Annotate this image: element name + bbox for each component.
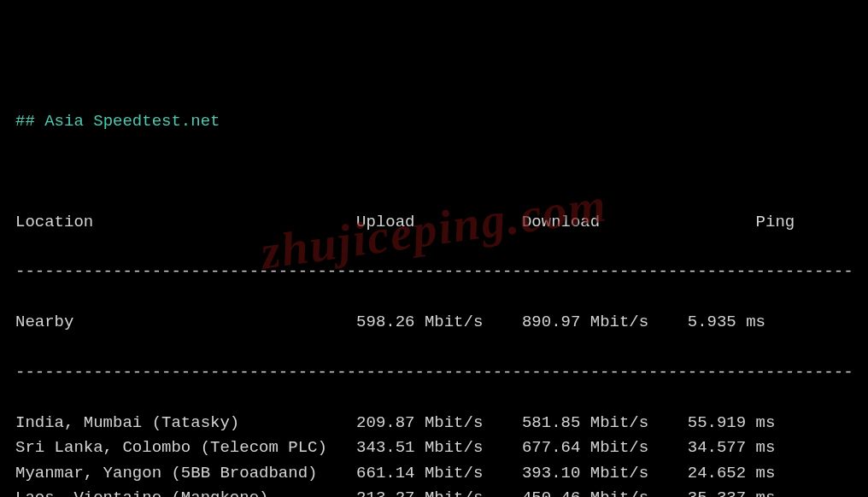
divider: ----------------------------------------… — [15, 360, 853, 385]
cell-location: Sri Lanka, Colombo (Telecom PLC) — [15, 438, 356, 457]
col-upload: Upload — [356, 213, 522, 231]
section-title: ## Asia Speedtest.net — [15, 109, 853, 134]
cell-upload: 213.27 Mbit/s — [356, 488, 522, 497]
cell-location: Laos, Vientaine (Mangkone) — [15, 488, 356, 497]
table-header: Location Upload Download Ping — [15, 210, 853, 235]
cell-ping: 5.935 ms — [688, 313, 795, 331]
col-ping: Ping — [688, 213, 795, 231]
cell-download: 581.85 Mbit/s — [522, 413, 688, 432]
cell-download: 393.10 Mbit/s — [522, 464, 688, 482]
cell-location: India, Mumbai (Tatasky) — [15, 413, 356, 432]
table-row: India, Mumbai (Tatasky) 209.87 Mbit/s 58… — [15, 411, 853, 436]
cell-upload: 343.51 Mbit/s — [356, 438, 522, 457]
cell-location: Nearby — [15, 313, 356, 331]
col-download: Download — [522, 213, 688, 231]
blank-line — [15, 160, 853, 184]
table-row: Laos, Vientaine (Mangkone) 213.27 Mbit/s… — [15, 486, 853, 497]
cell-download: 450.46 Mbit/s — [522, 488, 688, 497]
cell-download: 890.97 Mbit/s — [522, 313, 688, 331]
cell-ping: 34.577 ms — [688, 438, 795, 457]
table-body: India, Mumbai (Tatasky) 209.87 Mbit/s 58… — [15, 411, 853, 497]
cell-location: Myanmar, Yangon (5BB Broadband) — [15, 464, 356, 482]
cell-download: 677.64 Mbit/s — [522, 438, 688, 457]
table-row: Myanmar, Yangon (5BB Broadband) 661.14 M… — [15, 461, 853, 486]
cell-upload: 661.14 Mbit/s — [356, 464, 522, 482]
title-hash: ## — [15, 112, 35, 131]
nearby-row: Nearby 598.26 Mbit/s 890.97 Mbit/s 5.935… — [15, 310, 853, 335]
cell-upload: 209.87 Mbit/s — [356, 413, 522, 432]
table-row: Sri Lanka, Colombo (Telecom PLC) 343.51 … — [15, 436, 853, 460]
cell-ping: 35.337 ms — [688, 488, 795, 497]
cell-ping: 55.919 ms — [688, 413, 795, 432]
cell-upload: 598.26 Mbit/s — [356, 313, 522, 331]
cell-ping: 24.652 ms — [688, 464, 795, 482]
title-text: Asia Speedtest.net — [44, 112, 220, 131]
col-location: Location — [15, 213, 356, 231]
divider: ----------------------------------------… — [15, 260, 853, 284]
